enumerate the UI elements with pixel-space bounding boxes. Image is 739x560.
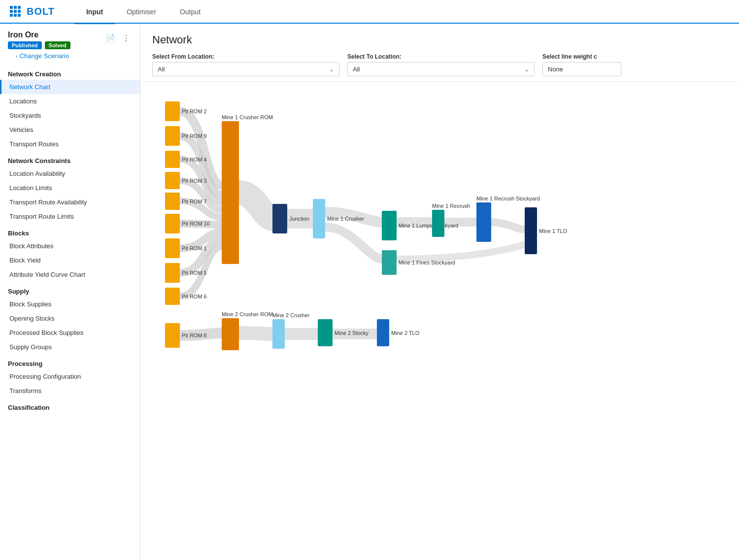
label-mine1-lumps: Mine 1 Lumps Stockyard xyxy=(399,223,458,229)
label-pit-rom-7: Pit ROM 7 xyxy=(182,198,207,204)
sidebar: Iron Ore Published Solved ‹ Change Scena… xyxy=(0,24,140,560)
sidebar-item-location-availability[interactable]: Location Availability xyxy=(0,166,140,181)
node-mine1-crusher-rom[interactable]: Mine 1 Crusher ROM xyxy=(222,121,239,264)
section-supply: Supply xyxy=(0,282,140,297)
node-mine1-tlo[interactable]: Mine 1 TLO xyxy=(525,207,537,254)
change-scenario-btn[interactable]: ‹ Change Scenario xyxy=(8,52,77,65)
label-mine1-crusher: Mine 1 Crusher xyxy=(327,216,364,222)
sankey-diagram: Pit ROM 2 Pit ROM 9 Pit ROM 4 Pit ROM 3 … xyxy=(150,92,618,427)
sidebar-item-processed-block-supplies[interactable]: Processed Block Supplies xyxy=(0,326,140,340)
label-pit-rom-5: Pit ROM 5 xyxy=(182,270,207,276)
chart-area: Pit ROM 2 Pit ROM 9 Pit ROM 4 Pit ROM 3 … xyxy=(140,82,739,560)
logo-area: BOLT xyxy=(10,6,55,17)
node-pit-rom-10[interactable]: Pit ROM 10 xyxy=(165,214,180,233)
sidebar-item-attribute-yield-curve-chart[interactable]: Attribute Yield Curve Chart xyxy=(0,267,140,282)
sidebar-item-transport-route-availability[interactable]: Transport Route Availability xyxy=(0,195,140,209)
tab-input[interactable]: Input xyxy=(74,0,115,24)
label-pit-rom-9: Pit ROM 9 xyxy=(182,133,207,139)
node-pit-rom-3[interactable]: Pit ROM 3 xyxy=(165,172,180,189)
node-mine2-crusher[interactable]: Mine 2 Crusher xyxy=(272,319,285,349)
from-location-chevron: ⌄ xyxy=(329,66,334,73)
node-pit-rom-1[interactable]: Pit ROM 1 xyxy=(165,238,180,258)
section-network-constraints: Network Constraints xyxy=(0,151,140,166)
sidebar-item-stockyards[interactable]: Stockyards xyxy=(0,108,140,123)
node-mine1-lumps[interactable]: Mine 1 Lumps Stockyard xyxy=(382,211,397,240)
line-weight-select[interactable]: None xyxy=(542,62,621,76)
project-name: Iron Ore xyxy=(8,31,77,39)
label-pit-rom-10: Pit ROM 10 xyxy=(182,221,210,227)
node-pit-rom-7[interactable]: Pit ROM 7 xyxy=(165,193,180,210)
node-mine1-crusher[interactable]: Mine 1 Crusher xyxy=(313,199,325,238)
label-pit-rom-3: Pit ROM 3 xyxy=(182,178,207,184)
from-location-value: All xyxy=(158,66,165,73)
sidebar-item-locations[interactable]: Locations xyxy=(0,94,140,108)
to-location-label: Select To Location: xyxy=(347,53,535,60)
sidebar-item-block-supplies[interactable]: Block Supplies xyxy=(0,297,140,311)
node-mine2-tlo[interactable]: Mine 2 TLO xyxy=(377,319,389,346)
from-location-label: Select From Location: xyxy=(152,53,339,60)
sidebar-item-transport-routes[interactable]: Transport Routes xyxy=(0,137,140,151)
from-location-filter: Select From Location: All ⌄ xyxy=(152,53,339,76)
sidebar-item-vehicles[interactable]: Vehicles xyxy=(0,123,140,137)
badge-published: Published xyxy=(8,41,42,49)
tab-output[interactable]: Output xyxy=(168,0,212,24)
tab-optimiser[interactable]: Optimiser xyxy=(115,0,168,24)
sidebar-item-network-chart[interactable]: Network Chart xyxy=(0,80,140,94)
line-weight-filter: Select line weight c None xyxy=(542,53,621,76)
bolt-logo: BOLT xyxy=(27,6,55,17)
section-classification: Classification xyxy=(0,398,140,413)
label-mine1-fines: Mine 1 Fines Stockyard xyxy=(399,260,455,265)
sidebar-item-block-attributes[interactable]: Block Attributes xyxy=(0,239,140,253)
label-pit-rom-6: Pit ROM 6 xyxy=(182,294,207,299)
label-mine1-recrush-stockyard: Mine 1 Recrush Stockyard xyxy=(476,196,540,201)
chevron-left-icon: ‹ xyxy=(16,53,18,59)
page-title: Network xyxy=(152,33,727,46)
to-location-select[interactable]: All ⌄ xyxy=(347,62,535,76)
section-blocks: Blocks xyxy=(0,224,140,239)
node-pit-rom-5[interactable]: Pit ROM 5 xyxy=(165,263,180,283)
to-location-filter: Select To Location: All ⌄ xyxy=(347,53,535,76)
node-mine1-fines[interactable]: Mine 1 Fines Stockyard xyxy=(382,250,397,275)
filter-bar: Select From Location: All ⌄ Select To Lo… xyxy=(152,53,727,76)
more-options-icon[interactable]: ⋮ xyxy=(120,33,132,44)
label-pit-rom-1: Pit ROM 1 xyxy=(182,245,207,251)
section-processing: Processing xyxy=(0,354,140,369)
badge-solved: Solved xyxy=(45,41,70,49)
label-pit-rom-2: Pit ROM 2 xyxy=(182,108,207,114)
line-weight-label: Select line weight c xyxy=(542,53,621,60)
label-pit-rom-4: Pit ROM 4 xyxy=(182,157,207,163)
node-mine2-crusher-rom[interactable]: Mine 2 Crusher ROM xyxy=(222,318,239,350)
top-nav: BOLT Input Optimiser Output xyxy=(0,0,739,24)
node-mine1-recrush[interactable]: Mine 1 Recrush xyxy=(432,210,444,237)
node-pit-rom-2[interactable]: Pit ROM 2 xyxy=(165,101,180,121)
comments-icon[interactable]: 📄 xyxy=(103,33,117,44)
main-layout: Iron Ore Published Solved ‹ Change Scena… xyxy=(0,24,739,560)
node-pit-rom-4[interactable]: Pit ROM 4 xyxy=(165,151,180,168)
node-mine2-stocky[interactable]: Mine 2 Stocky xyxy=(318,319,333,346)
label-pit-rom-8: Pit ROM 8 xyxy=(182,332,207,338)
node-pit-rom-6[interactable]: Pit ROM 6 xyxy=(165,288,180,305)
grid-icon[interactable] xyxy=(10,6,21,17)
change-scenario-label: Change Scenario xyxy=(20,52,69,60)
label-mine2-crusher: Mine 2 Crusher xyxy=(272,312,309,318)
node-pit-rom-8[interactable]: Pit ROM 8 xyxy=(165,323,180,348)
label-mine1-tlo: Mine 1 TLO xyxy=(539,228,567,234)
label-mine2-tlo: Mine 2 TLO xyxy=(391,330,419,336)
node-pit-rom-9[interactable]: Pit ROM 9 xyxy=(165,126,180,146)
section-network-creation: Network Creation xyxy=(0,65,140,80)
from-location-select[interactable]: All ⌄ xyxy=(152,62,339,76)
node-mine1-recrush-stockyard[interactable]: Mine 1 Recrush Stockyard xyxy=(476,202,491,242)
sidebar-item-supply-groups[interactable]: Supply Groups xyxy=(0,340,140,354)
sidebar-item-transport-route-limits[interactable]: Transport Route Limits xyxy=(0,209,140,224)
content-header: Network Select From Location: All ⌄ Sele… xyxy=(140,24,739,82)
sidebar-item-processing-configuration[interactable]: Processing Configuration xyxy=(0,369,140,384)
label-mine2-stocky: Mine 2 Stocky xyxy=(335,330,369,336)
sidebar-item-opening-stocks[interactable]: Opening Stocks xyxy=(0,311,140,326)
sidebar-item-location-limits[interactable]: Location Limits xyxy=(0,181,140,195)
sidebar-item-transforms[interactable]: Transforms xyxy=(0,384,140,398)
label-mine2-crusher-rom: Mine 2 Crusher ROM xyxy=(222,311,273,317)
node-junction[interactable]: Junction xyxy=(272,204,287,233)
label-mine1-crusher-rom: Mine 1 Crusher ROM xyxy=(222,114,273,120)
sidebar-item-block-yield[interactable]: Block Yield xyxy=(0,253,140,267)
label-junction: Junction xyxy=(289,216,309,222)
